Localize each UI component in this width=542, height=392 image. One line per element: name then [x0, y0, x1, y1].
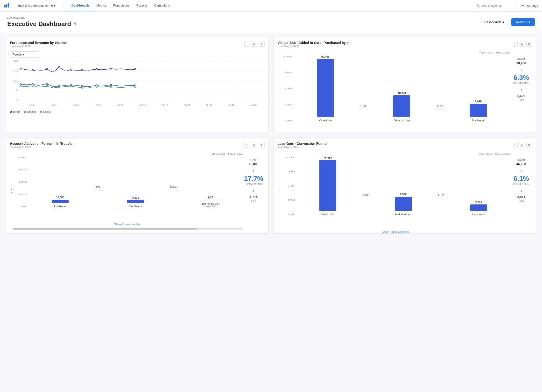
c3-conn1-pct: 86% — [95, 186, 100, 189]
card4-delete-btn[interactable]: 🗑 — [526, 142, 532, 147]
legend-organic-label: Organic — [27, 110, 36, 113]
c4-conv-label: CONVERSION — [513, 183, 529, 186]
x-label-7: Apr 20 — [176, 104, 198, 106]
c4-bar2-rect — [395, 197, 412, 211]
card2-copy-btn[interactable]: ⊡ — [519, 41, 525, 47]
card4-subtitle: as of May 2, 2023 — [278, 146, 327, 148]
nav-metrics[interactable]: Metrics — [93, 0, 110, 11]
people-dropdown-label: People — [13, 53, 21, 56]
svg-point-24 — [58, 86, 60, 88]
card3-scrollbar[interactable] — [13, 228, 243, 230]
c4y0: 46,660 — [288, 170, 295, 173]
c4-conn2: 43.8% → — [435, 194, 447, 216]
search-box[interactable]: 🔍 — [474, 3, 517, 9]
card1-subtitle: as of May 2, 2023 — [10, 45, 68, 48]
legend-organic-dot — [24, 111, 26, 113]
card3-header: Account Activation Funnel – In Trouble a… — [10, 142, 265, 151]
card1-delete-btn[interactable]: 🗑 — [259, 41, 265, 47]
c4-bar1: 46,660 Visited site — [296, 156, 360, 216]
page-header: DASHBOARD Executive Dashboard ✎ Dashboar… — [0, 12, 542, 32]
actions-button[interactable]: Actions ▾ — [511, 18, 535, 26]
card2-y-axis: PEOPLE 90,408 67,806 45,204 22,602 — [278, 55, 293, 132]
app-name[interactable]: 2023 E-Commerce Demo ▾ — [15, 3, 57, 8]
header-actions: Dashboards ▾ Actions ▾ — [480, 18, 535, 26]
x-axis-labels: Apr 2 Apr 4 Apr 6 Apr 8 Apr 11 Apr 14 Ap… — [21, 102, 265, 108]
card4-y-axis: PEOPLE 46,660 34,995 23,330 11,665 — [281, 156, 296, 230]
nav-right: 🔍 ? ▾ Settings — [474, 3, 538, 9]
svg-point-9 — [96, 69, 97, 70]
nav-dashboards[interactable]: Dashboards — [68, 0, 93, 11]
legend-social-dot — [40, 111, 42, 113]
main-content: Purchases and Revenue by channel as of M… — [0, 32, 542, 238]
svg-point-19 — [110, 84, 112, 86]
card-account-activation: Account Activation Funnel – In Trouble a… — [6, 138, 269, 234]
legend-direct-label: Direct — [13, 110, 20, 113]
connector2: 55.8% → — [434, 105, 446, 122]
y-label-210: 210 — [14, 70, 18, 72]
grid-line-100 — [21, 101, 265, 101]
x-label-9: Apr 26 — [220, 104, 242, 106]
bar2-name: Added to Cart — [394, 119, 410, 122]
card4-add-btn[interactable]: + — [512, 142, 518, 147]
c3-bar1-rect — [52, 200, 69, 203]
dashboards-chevron-icon: ▾ — [503, 20, 504, 24]
c3-bar3-value: 1,774 — [208, 196, 214, 199]
svg-point-23 — [46, 85, 48, 87]
start-value: 90,406 — [516, 61, 526, 65]
svg-point-6 — [58, 67, 60, 68]
bar1-value: 90,406 — [321, 55, 330, 58]
nav-reports[interactable]: Reports — [133, 0, 151, 11]
settings-button[interactable]: Settings — [527, 4, 538, 7]
people-dropdown[interactable]: People ▾ — [10, 51, 39, 58]
card2-add-btn[interactable]: + — [512, 41, 518, 47]
x-label-10: Apr 29 — [242, 104, 265, 106]
y-axis-labels: 280 210 140 70 0 — [10, 60, 20, 101]
help-button[interactable]: ? ▾ — [520, 4, 524, 7]
bar3-rect — [470, 104, 487, 117]
c4-bar3-rect — [470, 204, 487, 211]
card3-copy-btn[interactable]: ⊡ — [252, 142, 257, 147]
card2-right-stats: START 90,406 ↓ 6.3% CONVERSION ↓ 5,699 E… — [510, 51, 532, 129]
card3-show-more[interactable]: Show 1 more condition — [13, 223, 243, 226]
nav-campaigns[interactable]: Campaigns — [151, 0, 173, 11]
bar-visited-site: 90,406 Visited site — [293, 55, 358, 122]
card1-header: Purchases and Revenue by channel as of M… — [10, 41, 265, 50]
card2-title: Visited Site | Added to Cart | Purchased… — [278, 41, 352, 45]
y-label-0: 0 — [17, 98, 18, 101]
c3y1: 663,156 — [19, 181, 27, 183]
card3-delete-btn[interactable]: 🗑 — [259, 142, 265, 147]
people-label: PEOPLE — [283, 55, 292, 58]
c3-bar2-name: Site Search — [129, 205, 142, 208]
c3-bar3-rect — [203, 200, 219, 200]
card4-show-more[interactable]: Show 1 more condition — [281, 231, 511, 233]
c3-bar1-name: Purchased — [54, 205, 67, 208]
x-label-8: Apr 23 — [198, 104, 220, 106]
card1-copy-btn[interactable]: ⊡ — [252, 41, 257, 47]
conn2-pct: 55.8% — [436, 105, 443, 108]
card4-chart-main: Oct 1, 2018 – Oct 31, 2018 PEOPLE 46,660… — [281, 152, 511, 230]
card2-actions: + ⊡ 🗑 — [512, 41, 532, 47]
c4-conn1: 13.9% → — [359, 194, 372, 216]
c3-conn2: 20.6% → — [167, 186, 179, 208]
c4-bar1-value: 46,660 — [324, 156, 332, 159]
card4-scroll-left[interactable]: ▲ ▼ — [278, 152, 281, 230]
breadcrumb: DASHBOARD — [7, 16, 77, 19]
card1-add-btn[interactable]: + — [244, 41, 250, 47]
card2-delete-btn[interactable]: 🗑 — [526, 41, 532, 47]
bar1-name: Visited site — [319, 119, 332, 122]
svg-point-26 — [81, 87, 83, 88]
card3-add-btn[interactable]: + — [244, 142, 250, 147]
legend-social: Social — [40, 110, 50, 113]
card3-scroll-left[interactable]: ▲ ▼ — [10, 152, 13, 230]
card4-date-range: Oct 1, 2018 – Oct 31, 2018 — [281, 152, 511, 155]
edit-icon[interactable]: ✎ — [73, 22, 77, 26]
bar-purchased: 5,699 Purchased — [446, 100, 511, 122]
dashboards-button[interactable]: Dashboards ▾ — [480, 18, 509, 26]
y2-label-2: 45,204 — [285, 104, 292, 106]
c4-conversion: 6.1% — [514, 175, 529, 182]
nav-populations[interactable]: Populations — [110, 0, 133, 11]
search-input[interactable] — [481, 4, 514, 7]
card4-copy-btn[interactable]: ⊡ — [519, 142, 525, 147]
end-label: END — [519, 99, 524, 101]
c4y2: 23,330 — [288, 199, 295, 201]
